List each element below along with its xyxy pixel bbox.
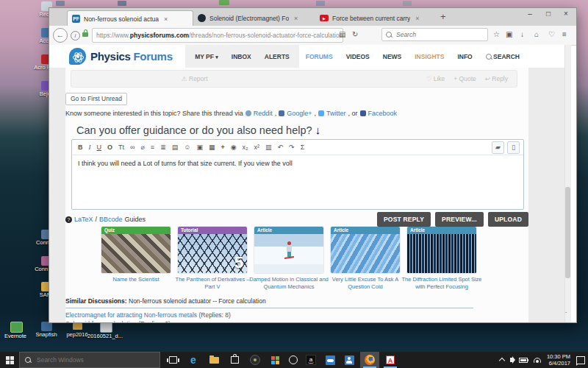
minimize-button[interactable]: – xyxy=(522,10,538,18)
text-color-icon[interactable]: O xyxy=(107,144,112,151)
card-caption[interactable]: The Pantheon of Derivatives – Part V xyxy=(171,276,254,291)
wifi-icon[interactable] xyxy=(534,358,541,363)
start-button[interactable] xyxy=(0,352,19,368)
pocket-icon[interactable]: ♡ xyxy=(548,30,555,38)
firefox-button[interactable] xyxy=(360,352,379,368)
quote-link[interactable]: + Quote xyxy=(453,75,476,82)
reply-textarea[interactable]: I think you will need a Lot of turns for… xyxy=(72,155,523,210)
hp-app-button[interactable] xyxy=(284,352,303,368)
share-reddit[interactable]: Reddit xyxy=(254,110,273,117)
nav-insights[interactable]: INSIGHTS xyxy=(408,53,451,60)
physicsforums-logo-icon[interactable] xyxy=(69,48,86,65)
link-icon[interactable]: ∞ xyxy=(130,144,135,151)
taskbar-search-input[interactable] xyxy=(35,355,154,364)
amazon-button[interactable]: a xyxy=(301,352,320,368)
media-icon[interactable]: ▦ xyxy=(209,144,215,151)
maximize-button[interactable]: □ xyxy=(540,10,556,18)
undo-icon[interactable]: ↶ xyxy=(278,144,284,151)
reading-list-icon[interactable]: ▣ xyxy=(506,30,512,38)
drafts-icon[interactable]: ▯ xyxy=(507,141,520,154)
subscript-icon[interactable]: x₂ xyxy=(243,144,248,151)
nav-search[interactable]: SEARCH xyxy=(479,53,526,60)
card-quiz[interactable]: Quiz xyxy=(101,227,171,273)
italic-icon[interactable]: I xyxy=(89,144,91,151)
scrollbar-track[interactable] xyxy=(564,45,571,322)
menu-icon[interactable]: ≡ xyxy=(562,30,567,38)
smiley-icon[interactable]: ☺ xyxy=(184,144,190,151)
desktop-icon-peek[interactable] xyxy=(316,1,325,6)
sigma-icon[interactable]: Σ xyxy=(301,144,305,151)
taskbar-search[interactable] xyxy=(19,352,160,368)
card-tutorial[interactable]: Tutorial 5 xyxy=(178,227,247,273)
camera-icon[interactable]: ◉ xyxy=(231,144,237,151)
eraser-icon[interactable]: ▰ xyxy=(492,141,504,154)
photos-app-button[interactable] xyxy=(265,352,284,368)
code-icon[interactable]: ▥ xyxy=(265,144,272,151)
physicsforums-logo[interactable]: Physics Forums xyxy=(90,50,173,63)
tab-youtube[interactable]: ▶ Force between current carry × xyxy=(315,10,439,26)
browser-search[interactable] xyxy=(381,28,488,41)
search-input[interactable] xyxy=(395,30,484,39)
tray-expand-icon[interactable] xyxy=(499,358,505,364)
latex-guide-link[interactable]: LaTeX xyxy=(74,216,93,223)
nav-videos[interactable]: VIDEOS xyxy=(340,53,376,60)
downloads-icon[interactable]: ↓ xyxy=(520,30,524,38)
camera-app-button[interactable] xyxy=(245,352,265,368)
back-button[interactable]: ← xyxy=(53,28,68,43)
card-caption[interactable]: Name the Scientist xyxy=(95,276,177,283)
share-facebook[interactable]: Facebook xyxy=(368,110,398,117)
store-button[interactable] xyxy=(225,352,244,368)
scrollbar-down-arrow[interactable]: ˇ xyxy=(565,311,567,316)
desktop-icon-peek[interactable] xyxy=(118,1,126,6)
nav-news[interactable]: NEWS xyxy=(376,53,409,60)
image-icon[interactable]: ▣ xyxy=(196,144,203,151)
card-caption[interactable]: Very Little Excuse To Ask A Question Col… xyxy=(324,276,406,291)
similar-link[interactable]: Solenoid force calculation (Replies: 0) xyxy=(65,320,171,323)
nav-my-pf[interactable]: MY PF ▾ xyxy=(188,53,225,60)
edge-button[interactable]: e xyxy=(184,352,203,368)
reply-link[interactable]: ↩ Reply xyxy=(485,75,508,82)
report-link[interactable]: ⚠ Report xyxy=(182,75,208,82)
adobe-reader-button[interactable]: A xyxy=(381,352,400,368)
taskbar-clock[interactable]: 10:30 PM6/4/2017 xyxy=(547,353,570,367)
nav-inbox[interactable]: INBOX xyxy=(225,53,258,60)
tab-physicsforums[interactable]: PF Non-ferrous solenoid actua × xyxy=(67,10,193,26)
task-view-button[interactable] xyxy=(163,352,182,368)
indent-icon[interactable]: ▤ xyxy=(172,144,179,151)
post-reply-button[interactable]: POST REPLY xyxy=(377,212,431,227)
desktop-icon-image-file[interactable]: 20160521_d... xyxy=(85,322,125,339)
font-size-icon[interactable]: Tt xyxy=(118,144,124,151)
card-caption[interactable]: The Diffraction Limited Spot Size with P… xyxy=(401,276,483,291)
battery-icon[interactable] xyxy=(519,358,528,363)
similar-link[interactable]: Electromagnet for attracting Non-ferrous… xyxy=(65,311,231,319)
preview-button[interactable]: PREVIEW... xyxy=(435,212,484,227)
refresh-icon[interactable]: ↻ xyxy=(352,30,358,38)
people-app-button[interactable] xyxy=(340,352,359,368)
info-icon[interactable]: i xyxy=(71,31,80,40)
nav-forums[interactable]: FORUMS xyxy=(299,53,340,60)
upload-button[interactable]: UPLOAD xyxy=(488,212,528,227)
bullet-list-icon[interactable]: ≡ xyxy=(151,144,154,151)
share-twitter[interactable]: Twitter xyxy=(326,110,346,117)
close-button[interactable]: × xyxy=(558,10,574,18)
bookmark-star-icon[interactable]: ☆ xyxy=(493,30,500,38)
new-tab-button[interactable]: + xyxy=(440,11,446,22)
bbcode-guide-link[interactable]: BBcode xyxy=(99,216,123,223)
desktop-icon-peek[interactable] xyxy=(403,1,412,6)
file-explorer-button[interactable] xyxy=(204,352,223,368)
tab-close-icon[interactable]: × xyxy=(414,15,420,22)
card-caption[interactable]: Damped Motion in Classical and Quantum M… xyxy=(248,276,330,291)
desktop-icon-peek[interactable] xyxy=(219,0,229,5)
cloud-app-button[interactable] xyxy=(320,352,340,368)
scrollbar-thumb[interactable] xyxy=(565,187,570,278)
tab-solenoid[interactable]: Solenoid (Electromagnet) Fo × xyxy=(193,10,317,26)
unlink-icon[interactable]: ⌀ xyxy=(140,144,144,151)
superscript-icon[interactable]: x² xyxy=(254,144,260,151)
share-googleplus[interactable]: Google+ xyxy=(287,110,312,117)
insert-icon[interactable]: + xyxy=(220,144,224,151)
volume-icon[interactable] xyxy=(510,358,513,362)
card-article-3[interactable]: Article xyxy=(407,227,476,273)
tab-close-icon[interactable]: × xyxy=(293,15,299,22)
nav-info[interactable]: INFO xyxy=(451,53,478,60)
like-link[interactable]: ♡ Like xyxy=(426,75,445,82)
